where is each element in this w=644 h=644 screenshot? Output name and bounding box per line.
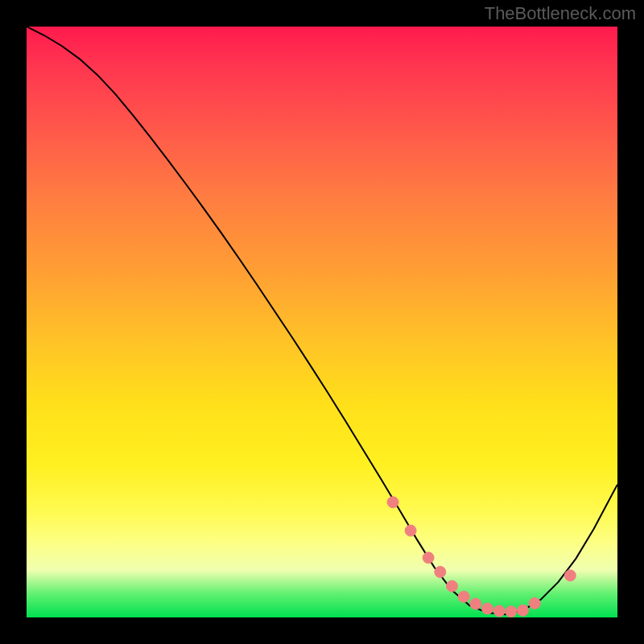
- chart-marker: [458, 591, 469, 602]
- chart-marker: [529, 597, 540, 609]
- chart-svg: [27, 27, 617, 617]
- chart-marker: [423, 552, 434, 564]
- chart-marker: [405, 525, 416, 536]
- chart-marker: [435, 566, 446, 577]
- chart-marker: [446, 580, 457, 592]
- chart-marker: [518, 605, 529, 616]
- chart-marker: [470, 598, 481, 609]
- watermark-text: TheBottleneck.com: [485, 3, 636, 24]
- chart-plot-area: [27, 27, 617, 617]
- chart-curve: [27, 27, 617, 614]
- chart-marker: [482, 603, 493, 614]
- chart-marker: [506, 606, 517, 617]
- chart-marker: [387, 497, 398, 508]
- chart-marker: [564, 570, 576, 581]
- chart-marker: [493, 605, 505, 617]
